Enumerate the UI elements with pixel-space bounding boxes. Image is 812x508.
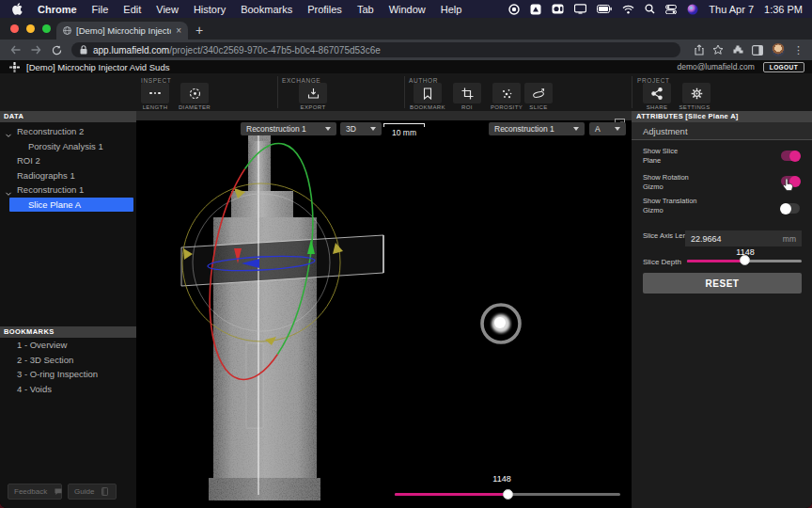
- length-icon: [149, 92, 161, 95]
- toggle-knob: [780, 203, 791, 214]
- battery-icon[interactable]: [597, 5, 612, 13]
- menu-window[interactable]: Window: [389, 4, 426, 15]
- left-source-dropdown[interactable]: Reconstruction 1: [241, 122, 336, 135]
- forward-icon[interactable]: [31, 45, 41, 55]
- chevron-down-icon: [615, 127, 620, 131]
- show-slice-plane-toggle[interactable]: [781, 151, 800, 161]
- export-button[interactable]: [299, 83, 327, 103]
- right-plane-dropdown[interactable]: A: [589, 122, 626, 135]
- menu-help[interactable]: Help: [441, 4, 462, 15]
- url-path: /project/340c2569-970c-47b5-b0c4-867075d…: [169, 45, 381, 56]
- slice-tool-button[interactable]: [524, 83, 553, 103]
- feedback-bubble-icon: [55, 488, 62, 496]
- show-translation-gizmo-label: Show Translation Gizmo: [643, 197, 697, 215]
- viewport-top-bar: [136, 111, 632, 120]
- porosity-tool-button[interactable]: [492, 83, 521, 103]
- reload-icon[interactable]: [52, 45, 62, 56]
- menu-clock[interactable]: 1:36 PM: [764, 4, 803, 15]
- menu-file[interactable]: File: [92, 4, 109, 15]
- menu-bookmarks[interactable]: Bookmarks: [241, 4, 292, 15]
- settings-gear-icon: [691, 87, 703, 100]
- 3d-viewport-scene[interactable]: [136, 111, 632, 508]
- menu-tab[interactable]: Tab: [357, 4, 374, 15]
- siri-icon[interactable]: [687, 4, 698, 15]
- share-page-icon[interactable]: [695, 44, 704, 56]
- tree-item-slice-plane-a[interactable]: Slice Plane A: [0, 198, 136, 213]
- settings-button[interactable]: [682, 83, 710, 103]
- tree-item-porosity-analysis-1[interactable]: Porosity Analysis 1: [0, 139, 136, 154]
- browser-tab[interactable]: [Demo] Microchip Injector Avid ×: [56, 22, 188, 40]
- tree-item-roi-2[interactable]: ROI 2: [0, 153, 136, 168]
- logout-button[interactable]: LOGOUT: [763, 62, 804, 72]
- menu-edit[interactable]: Edit: [123, 4, 141, 15]
- menu-history[interactable]: History: [194, 4, 226, 15]
- show-rotation-gizmo-label: Show Rotation Gizmo: [643, 173, 697, 192]
- slice-slider-fill: [395, 493, 508, 496]
- chevron-down-icon: [325, 127, 331, 131]
- extensions-icon[interactable]: [732, 44, 743, 56]
- diameter-tool-button[interactable]: [180, 83, 209, 103]
- menu-view[interactable]: View: [156, 4, 179, 15]
- lumafield-logo-icon[interactable]: [9, 62, 20, 72]
- toggle-knob: [789, 151, 801, 162]
- tree-item-radiographs-1[interactable]: Radiographs 1: [0, 168, 136, 183]
- menu-profiles[interactable]: Profiles: [307, 4, 342, 15]
- control-center-icon[interactable]: [665, 5, 677, 14]
- export-label: EXPORT: [291, 104, 335, 110]
- side-panel-icon[interactable]: [752, 45, 763, 56]
- display-icon[interactable]: [574, 4, 586, 14]
- new-tab-button[interactable]: +: [195, 22, 203, 40]
- slice-depth-knob[interactable]: [740, 255, 750, 265]
- left-view-mode-dropdown[interactable]: 3D: [340, 122, 382, 135]
- wifi-icon[interactable]: [622, 5, 634, 14]
- share-button[interactable]: [643, 83, 671, 103]
- shape-app-icon[interactable]: [530, 4, 541, 15]
- minimize-window-button[interactable]: [26, 24, 35, 33]
- slice-axis-length-input[interactable]: 22.9664 mm: [685, 230, 802, 246]
- app-header: [Demo] Microchip Injector Avid Suds demo…: [0, 60, 812, 73]
- viewport-canvas[interactable]: Reconstruction 1 3D 10 mm Reconstruction…: [136, 111, 632, 508]
- bookmark-tool-button[interactable]: [414, 83, 442, 103]
- spotlight-icon[interactable]: [645, 4, 655, 14]
- slice-icon: [532, 87, 545, 100]
- apple-icon[interactable]: [12, 3, 23, 15]
- bookmark-item-oring-inspection[interactable]: 3 - O-ring Inspection: [0, 367, 136, 382]
- slice-slider-knob[interactable]: [503, 489, 513, 500]
- tab-close-icon[interactable]: ×: [176, 26, 181, 36]
- roi-crop-icon: [461, 87, 474, 100]
- slice-slider-value: 1148: [464, 474, 539, 484]
- menu-date[interactable]: Thu Apr 7: [709, 4, 754, 15]
- address-field[interactable]: app.lumafield.com/project/340c2569-970c-…: [71, 42, 680, 57]
- close-window-button[interactable]: [10, 24, 19, 33]
- attributes-header: ATTRIBUTES [Slice Plane A]: [632, 111, 812, 122]
- url-domain: app.lumafield.com: [93, 45, 169, 56]
- chrome-menu-icon[interactable]: ⋮: [793, 44, 804, 56]
- unit-label: mm: [783, 234, 796, 244]
- bookmark-item-3d-section[interactable]: 2 - 3D Section: [0, 353, 136, 368]
- bookmarks-list: 1 - Overview 2 - 3D Section 3 - O-ring I…: [0, 338, 136, 396]
- settings-label: SETTINGS: [673, 104, 716, 110]
- feedback-button[interactable]: Feedback: [8, 484, 62, 500]
- scale-label: 10 mm: [383, 128, 425, 137]
- show-translation-gizmo-toggle[interactable]: [781, 203, 800, 214]
- bookmark-star-icon[interactable]: [712, 44, 724, 56]
- zoom-window-button[interactable]: [42, 24, 51, 33]
- guide-book-icon: [102, 487, 108, 496]
- camera-icon[interactable]: [552, 4, 564, 14]
- tree-item-reconstruction-2[interactable]: Reconstruction 2: [0, 124, 136, 139]
- length-tool-button[interactable]: [141, 83, 169, 103]
- reset-button[interactable]: RESET: [643, 273, 802, 294]
- macos-menu-bar: Chrome File Edit View History Bookmarks …: [0, 0, 812, 18]
- profile-avatar[interactable]: [772, 43, 785, 56]
- back-icon[interactable]: [10, 45, 21, 55]
- right-source-dropdown[interactable]: Reconstruction 1: [489, 122, 585, 135]
- adjustment-section-header: Adjustment: [632, 122, 812, 140]
- record-icon[interactable]: [508, 4, 520, 15]
- guide-button[interactable]: Guide: [68, 484, 117, 500]
- bookmark-item-voids[interactable]: 4 - Voids: [0, 382, 136, 397]
- tree-item-reconstruction-1[interactable]: Reconstruction 1: [0, 183, 136, 198]
- menu-chrome[interactable]: Chrome: [38, 4, 77, 15]
- porosity-icon: [501, 87, 513, 100]
- roi-tool-button[interactable]: [453, 83, 481, 103]
- bookmark-item-overview[interactable]: 1 - Overview: [0, 338, 136, 353]
